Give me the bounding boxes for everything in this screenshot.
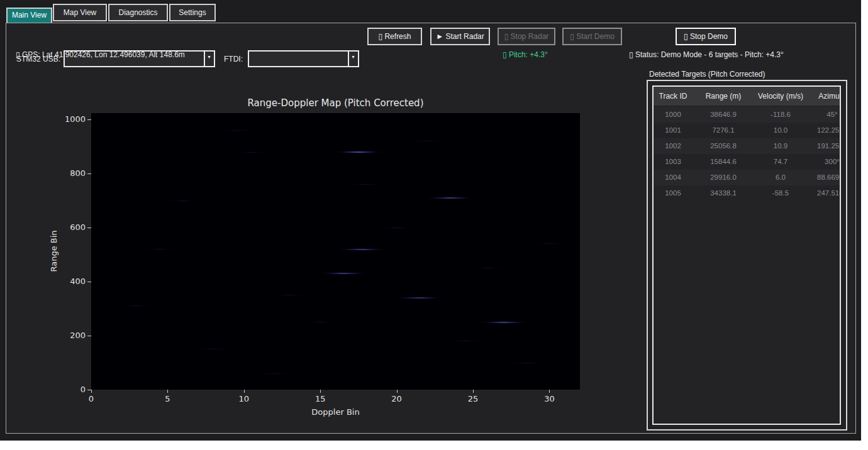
ftdi-label: FTDI:	[224, 55, 243, 63]
y-tick-label: 1000	[57, 114, 86, 124]
cell-track_id: 1003	[654, 154, 693, 170]
cell-velocity: 10.9	[754, 138, 807, 154]
demo-status-text: ▯ Status: Demo Mode - 6 targets - Pitch:…	[629, 50, 784, 59]
cell-velocity: 6.0	[754, 170, 807, 185]
doppler-return-streak	[479, 321, 528, 324]
cell-velocity: -58.5	[754, 185, 807, 201]
cell-azimuth: 191.2552	[807, 138, 841, 154]
cell-range_m: 7276.1	[693, 123, 754, 138]
targets-panel-title: Detected Targets (Pitch Corrected)	[649, 70, 765, 79]
doppler-return-streak	[143, 248, 176, 250]
x-tick-label: 5	[155, 394, 180, 403]
start-radar-button[interactable]: ► Start Radar	[430, 28, 490, 45]
x-tick	[397, 390, 398, 393]
x-tick	[167, 390, 168, 393]
cell-track_id: 1004	[654, 170, 693, 185]
y-tick	[87, 390, 91, 390]
doppler-return-streak	[381, 227, 413, 229]
targets-table-header: Track IDRange (m)Velocity (m/s)Azimuth	[654, 87, 841, 106]
doppler-return-streak	[334, 151, 383, 153]
doppler-return-streak	[337, 248, 386, 251]
doppler-return-streak	[426, 197, 475, 199]
doppler-return-streak	[449, 340, 482, 342]
cell-velocity: 10.0	[754, 123, 807, 138]
x-tick	[549, 390, 550, 393]
doppler-return-streak	[167, 200, 199, 202]
x-tick	[473, 390, 474, 393]
column-header[interactable]: Track ID	[654, 87, 693, 106]
tab-diagnostics[interactable]: Diagnostics	[108, 4, 168, 21]
x-axis-label: Doppler Bin	[91, 407, 580, 417]
y-tick	[87, 119, 91, 120]
doppler-return-streak	[510, 362, 543, 364]
refresh-button[interactable]: ▯ Refresh	[367, 28, 422, 45]
column-header[interactable]: Velocity (m/s)	[754, 87, 807, 106]
pitch-indicator-text: ▯ Pitch: +4.3°	[503, 50, 548, 59]
targets-table[interactable]: Track IDRange (m)Velocity (m/s)Azimuth 1…	[652, 85, 841, 425]
cell-range_m: 29916.0	[693, 170, 754, 185]
cell-azimuth: 88.66998	[807, 170, 841, 185]
x-tick-label: 10	[231, 394, 257, 403]
y-axis-label: Range Bin	[49, 207, 58, 295]
chart-title: Range-Doppler Map (Pitch Corrected)	[91, 97, 580, 109]
table-row[interactable]: 100429916.06.088.66998	[654, 170, 841, 185]
x-tick	[320, 390, 321, 393]
doppler-return-streak	[533, 243, 565, 244]
y-tick	[87, 173, 91, 174]
doppler-return-streak	[319, 272, 368, 275]
doppler-return-streak	[304, 321, 337, 323]
cell-azimuth: 45°	[807, 107, 841, 123]
doppler-return-streak	[258, 373, 291, 375]
cell-range_m: 34338.1	[693, 185, 754, 201]
doppler-return-streak	[411, 140, 443, 142]
table-row[interactable]: 10017276.110.0122.2510	[654, 123, 841, 138]
doppler-return-streak	[472, 267, 504, 269]
cell-track_id: 1001	[654, 123, 693, 138]
tab-map-view[interactable]: Map View	[53, 4, 107, 21]
app-window: Main ViewMap ViewDiagnosticsSettings STM…	[0, 0, 861, 441]
x-tick-label: 0	[79, 394, 104, 403]
ftdi-combobox[interactable]	[248, 50, 359, 67]
y-tick	[87, 282, 91, 282]
cell-track_id: 1000	[654, 107, 693, 123]
chevron-down-icon[interactable]	[348, 52, 358, 66]
cell-azimuth: 247.5104	[807, 185, 841, 201]
x-tick-label: 20	[384, 394, 409, 403]
table-row[interactable]: 100038646.9-118.645°	[654, 107, 841, 123]
table-row[interactable]: 100315844.674.7300°	[654, 154, 841, 170]
doppler-return-streak	[235, 151, 268, 153]
doppler-return-streak	[350, 184, 382, 185]
x-tick-label: 15	[308, 394, 333, 403]
stop-demo-button[interactable]: ▯ Stop Demo	[676, 28, 736, 45]
column-header[interactable]: Azimuth	[807, 87, 841, 106]
chevron-down-icon[interactable]	[204, 52, 214, 66]
y-tick-label: 0	[57, 385, 86, 394]
stop-radar-button[interactable]: ▯ Stop Radar	[498, 28, 555, 45]
doppler-return-streak	[197, 348, 230, 350]
x-tick-label: 30	[537, 394, 562, 403]
start-demo-button[interactable]: ▯ Start Demo	[562, 28, 622, 45]
doppler-return-streak	[121, 305, 153, 307]
cell-velocity: -118.6	[754, 107, 807, 123]
y-tick-label: 800	[57, 168, 86, 178]
doppler-return-streak	[274, 294, 306, 296]
table-row[interactable]: 100534338.1-58.5247.5104	[654, 185, 841, 201]
column-header[interactable]: Range (m)	[693, 87, 754, 106]
x-tick-label: 25	[460, 394, 486, 403]
cell-azimuth: 300°	[807, 154, 841, 170]
doppler-return-streak	[220, 129, 253, 131]
cell-track_id: 1002	[654, 138, 693, 154]
cell-track_id: 1005	[654, 185, 693, 201]
tab-main-view[interactable]: Main View	[6, 8, 52, 23]
tab-settings[interactable]: Settings	[169, 4, 216, 21]
range-doppler-plot	[91, 113, 580, 390]
x-tick	[91, 390, 92, 393]
y-tick-label: 400	[57, 277, 86, 286]
cell-velocity: 74.7	[754, 154, 807, 170]
gps-status-text: ▯ GPS: Lat 41.902426, Lon 12.496039, Alt…	[16, 50, 185, 59]
doppler-return-streak	[395, 297, 444, 299]
cell-range_m: 38646.9	[693, 107, 754, 123]
table-row[interactable]: 100225056.810.9191.2552	[654, 138, 841, 154]
y-tick-label: 200	[57, 331, 86, 340]
cell-range_m: 25056.8	[693, 138, 754, 154]
